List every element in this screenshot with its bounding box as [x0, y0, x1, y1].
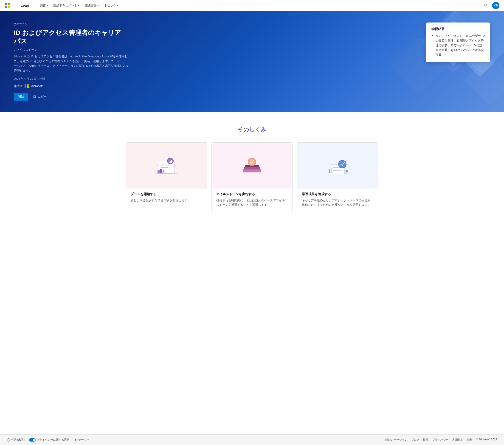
card-image-2: [212, 142, 292, 189]
theme-label: テーマ: [78, 438, 87, 442]
svg-rect-17: [162, 170, 164, 173]
hero-section: 公式プラン ID およびアクセス管理者のキャリア パス 2 マイルストーン Mi…: [0, 11, 504, 112]
hero-actions: 開始 コピー: [14, 93, 128, 101]
how-section: そのしくみ: [0, 112, 504, 221]
hero-description: Microsoft の ID およびアクセス管理者は、Azure Active …: [14, 54, 128, 73]
hero-author: 作成者 Microsoft: [14, 84, 128, 88]
footer-left: 英語 (米国) プライバシーに関する選択 テーマ ▾: [7, 438, 89, 442]
privacy-label: プライバシーに関する選択: [36, 438, 70, 442]
user-avatar[interactable]: KB: [492, 2, 499, 9]
hero-content: 公式プラン ID およびアクセス管理者のキャリア パス 2 マイルストーン Mi…: [0, 11, 142, 112]
author-name: Microsoft: [31, 84, 43, 88]
footer-link-blog[interactable]: ブログ: [411, 438, 419, 442]
hero-title: ID およびアクセス管理者のキャリア パス: [14, 29, 128, 45]
footer-right: 以前のバージョン ブログ 投稿 プライバシー 利用規約 商標 © Microso…: [385, 438, 497, 442]
svg-rect-7: [161, 166, 172, 166]
card-desc-1: 新しい構造化された学習体験を開始します。: [131, 198, 202, 203]
outcomes-list: 次のことができます。1) ユーザー ID の実装と管理、2) 認証とアクセス管理…: [432, 34, 485, 57]
svg-rect-28: [333, 170, 342, 171]
footer-link-prev-version[interactable]: 以前のバージョン: [385, 438, 407, 442]
privacy-toggle-switch[interactable]: [29, 438, 36, 442]
svg-point-0: [485, 4, 487, 6]
nav-links: 調査 ▾ 製品ドキュメント ▾ 開発言語 ▾ トピック ▾: [37, 2, 121, 9]
globe-icon: [7, 438, 10, 442]
card-milestone: マイルストーンを実行する 推奨される時間内に、または自分のペースでマイルストーン…: [212, 142, 292, 212]
outcomes-card: 学習成果 次のことができます。1) ユーザー ID の実装と管理、2) 認証とア…: [426, 22, 490, 62]
svg-line-1: [487, 6, 488, 7]
card-title-1: プランを開始する: [131, 192, 202, 196]
svg-rect-18: [242, 172, 262, 173]
footer-link-privacy[interactable]: プライバシー: [432, 438, 449, 442]
author-label: 作成者: [14, 84, 23, 88]
card-title-2: マイルストーンを実行する: [216, 192, 288, 196]
svg-point-23: [249, 159, 255, 165]
copy-button[interactable]: コピー: [30, 93, 49, 101]
svg-rect-3: [34, 95, 36, 98]
chevron-down-icon: ▾: [78, 4, 79, 7]
hero-date: 2024 年 4 月 29 日に公開: [14, 77, 128, 81]
nav-item-survey[interactable]: 調査 ▾: [37, 2, 50, 9]
svg-rect-20: [244, 167, 260, 169]
privacy-toggle[interactable]: プライバシーに関する選択: [29, 438, 70, 442]
theme-option[interactable]: テーマ ▾: [74, 438, 89, 442]
footer: 英語 (米国) プライバシーに関する選択 テーマ ▾ 以前のバージョン ブ: [0, 434, 504, 445]
svg-rect-27: [333, 169, 341, 169]
card-desc-3: キャリアを進めたり、プロジェクトベースの目標を達成したりするために必要なスキルを…: [302, 198, 373, 207]
chevron-down-icon: ▾: [47, 4, 48, 7]
hero-milestones: 2 マイルストーン: [14, 48, 128, 52]
svg-rect-13: [171, 160, 172, 163]
card-achieve: 学習成果を達成する キャリアを進めたり、プロジェクトベースの目標を達成したりする…: [297, 142, 378, 212]
card-illustration-1: [152, 152, 180, 179]
chevron-down-icon: ▾: [98, 4, 99, 7]
how-title: そのしくみ: [9, 126, 495, 133]
nav-right: KB: [483, 2, 499, 9]
card-title-3: 学習成果を達成する: [302, 192, 373, 196]
footer-link-terms[interactable]: 利用規約: [452, 438, 463, 442]
start-button[interactable]: 開始: [14, 93, 28, 101]
svg-rect-8: [161, 167, 169, 168]
card-image-1: [126, 142, 207, 189]
nav-item-topics[interactable]: トピック ▾: [102, 2, 121, 9]
copy-icon: [33, 95, 36, 98]
svg-rect-15: [158, 170, 160, 173]
svg-rect-32: [331, 168, 332, 173]
locale-icon: 英語 (米国): [7, 438, 25, 442]
outcomes-title: 学習成果: [432, 27, 485, 31]
nav-item-lang[interactable]: 開発言語 ▾: [82, 2, 101, 9]
footer-link-contribute[interactable]: 投稿: [423, 438, 429, 442]
navbar: Learn 調査 ▾ 製品ドキュメント ▾ 開発言語 ▾ トピック ▾ KB: [0, 0, 504, 11]
card-start-plan: プランを開始する 新しい構造化された学習体験を開始します。: [126, 142, 207, 212]
logo-area: Learn: [5, 3, 31, 8]
hero-badge: 公式プラン: [14, 22, 128, 26]
card-desc-2: 推奨される時間内に、または自分のペースでマイルストーンを通過することを選択します…: [216, 198, 288, 207]
search-button[interactable]: [483, 2, 489, 9]
card-body-1: プランを開始する 新しい構造化された学習体験を開始します。: [126, 189, 207, 207]
svg-rect-12: [170, 161, 171, 163]
chevron-down-icon: ▾: [88, 439, 89, 441]
nav-item-docs[interactable]: 製品ドキュメント ▾: [51, 2, 82, 9]
microsoft-logo: [5, 3, 10, 8]
svg-rect-31: [329, 169, 330, 173]
content-area: 公式プラン ID およびアクセス管理者のキャリア パス 2 マイルストーン Mi…: [0, 11, 504, 434]
svg-rect-6: [161, 164, 170, 164]
outcomes-text: 次のことができます。1) ユーザー ID の実装と管理、2) 認証とアクセス管理…: [436, 34, 485, 57]
card-image-3: [297, 142, 378, 189]
nav-brand[interactable]: Learn: [20, 3, 31, 8]
search-icon: [484, 4, 488, 7]
theme-icon: [74, 438, 77, 442]
svg-point-30: [339, 161, 346, 168]
locale-label[interactable]: 英語 (米国): [11, 438, 25, 442]
card-body-3: 学習成果を達成する キャリアを進めたり、プロジェクトベースの目標を達成したりする…: [297, 189, 378, 212]
footer-link-trademark[interactable]: 商標: [467, 438, 472, 442]
svg-rect-16: [160, 169, 162, 173]
nav-divider: [15, 3, 15, 8]
card-illustration-3: [324, 152, 352, 179]
card-illustration-2: [238, 152, 266, 179]
chevron-down-icon: ▾: [117, 4, 118, 7]
svg-rect-11: [169, 162, 170, 163]
svg-rect-19: [243, 169, 261, 172]
author-logo: [25, 84, 29, 88]
spacer-area: [0, 221, 504, 263]
page-main: 公式プラン ID およびアクセス管理者のキャリア パス 2 マイルストーン Mi…: [0, 11, 504, 445]
svg-point-37: [75, 439, 76, 441]
